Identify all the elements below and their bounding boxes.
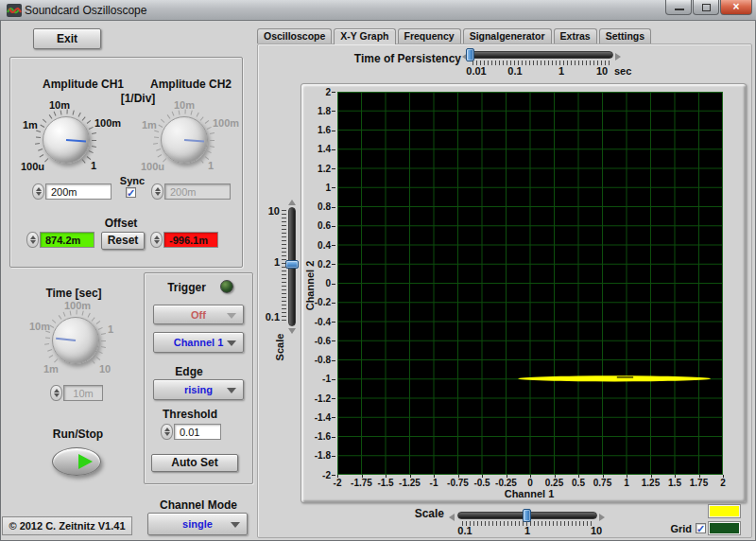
window-title: Soundcard Oszilloscope: [25, 4, 146, 17]
amplitude-ch1-value[interactable]: 200m: [45, 183, 112, 200]
chevron-down-icon: [231, 522, 240, 528]
tab-bar: OscilloscopeX-Y GraphFrequencySignalgene…: [257, 28, 651, 44]
y-scale-tick-10: 10: [260, 205, 280, 217]
tab-oscilloscope[interactable]: Oscilloscope: [257, 28, 332, 44]
time-tick: [92, 359, 95, 363]
amplitude-ch1-spinner-arrows[interactable]: [32, 183, 44, 200]
x-tick-mark: [410, 475, 411, 478]
y-tick-label: 0.4: [300, 240, 331, 251]
y-tick-label: -1.6: [300, 431, 331, 442]
threshold-title: Threshold: [163, 408, 217, 421]
y-tick-mark: [332, 168, 335, 169]
auto-set-button[interactable]: Auto Set: [151, 454, 238, 472]
grid-checkbox[interactable]: ✓: [696, 523, 706, 533]
y-tick-mark: [332, 417, 335, 418]
time-tick: [52, 319, 56, 323]
x-tick-mark: [723, 475, 724, 478]
x-tick-mark: [699, 475, 700, 478]
time-knob[interactable]: [52, 317, 99, 364]
amplitude-ch2-title: Amplitude CH2: [132, 78, 249, 91]
time-spinner-arrows[interactable]: [50, 385, 62, 401]
channel-mode-title: Channel Mode: [156, 498, 241, 512]
x-scale-right-arrow-icon[interactable]: [599, 514, 605, 521]
y-tick-label: 0.6: [300, 220, 331, 231]
run-stop-button[interactable]: [52, 447, 101, 476]
persistency-unit: sec: [614, 65, 643, 77]
x-scale-slider-thumb[interactable]: [523, 509, 531, 522]
y-tick-label: -0.4: [300, 317, 331, 327]
x-tick-mark: [362, 475, 363, 478]
offset-ch1-value[interactable]: 874.2m: [40, 232, 94, 248]
tab-frequency[interactable]: Frequency: [398, 28, 461, 44]
play-icon: [78, 454, 93, 469]
maximize-button[interactable]: [693, 0, 719, 15]
trace-color-swatch[interactable]: [709, 505, 740, 517]
y-tick-label: 0.2: [300, 259, 331, 270]
amplitude-ch2-scale-label: 1m: [142, 119, 157, 131]
y-tick-mark: [332, 303, 335, 304]
exit-button[interactable]: Exit: [33, 28, 101, 49]
title-bar: Soundcard Oszilloscope ×: [0, 0, 756, 21]
x-scale-tick-1: 1: [513, 525, 541, 536]
grid-color-swatch[interactable]: [709, 522, 740, 534]
amplitude-ch2-tick: [210, 140, 215, 141]
time-tick: [101, 340, 106, 341]
offset-ch2-value[interactable]: -996.1m: [163, 232, 218, 248]
run-stop-label: Run/Stop: [43, 428, 113, 441]
tab-extras[interactable]: Extras: [554, 28, 597, 44]
offset-reset-button[interactable]: Reset: [101, 232, 145, 250]
y-tick-label: 1.6: [300, 125, 331, 135]
sync-checkbox[interactable]: ✓: [126, 187, 136, 198]
amplitude-unit-label: [1/Div]: [110, 92, 166, 105]
x-tick-mark: [458, 475, 459, 478]
y-tick-label: -1.4: [300, 412, 331, 423]
y-scale-slider-thumb[interactable]: [285, 260, 299, 269]
offset-ch1-spinner-arrows[interactable]: [26, 232, 39, 248]
x-scale-left-arrow-icon[interactable]: [449, 514, 455, 521]
time-value[interactable]: 10m: [63, 385, 103, 401]
x-scale-tick-0.1: 0.1: [451, 525, 479, 536]
time-tick: [82, 311, 84, 316]
persistency-slider-thumb[interactable]: [466, 48, 474, 61]
time-tick: [101, 333, 106, 335]
y-tick-mark: [332, 131, 335, 131]
y-tick-label: -1: [300, 374, 331, 384]
tab-x-y-graph[interactable]: X-Y Graph: [334, 28, 395, 44]
time-tick: [96, 357, 101, 360]
trigger-title: Trigger: [161, 281, 213, 294]
chevron-down-icon: [227, 340, 236, 346]
y-tick-label: -0.2: [300, 297, 331, 307]
amplitude-ch1-scale-label: 1m: [23, 119, 38, 131]
close-button[interactable]: ×: [720, 0, 752, 15]
y-tick-mark: [332, 111, 335, 112]
tab-signalgenerator[interactable]: Signalgenerator: [463, 28, 552, 44]
time-tick: [87, 312, 90, 317]
trigger-edge-value: rising: [184, 384, 213, 395]
threshold-spinner-arrows[interactable]: [161, 424, 173, 440]
trigger-source-dropdown[interactable]: Channel 1: [153, 332, 244, 353]
amplitude-ch2-spinner-arrows[interactable]: [151, 183, 163, 200]
time-tick: [98, 351, 103, 354]
persistency-right-arrow-icon[interactable]: [615, 53, 621, 61]
threshold-value[interactable]: 0.01: [174, 424, 221, 440]
y-tick-mark: [332, 322, 335, 323]
y-tick-mark: [332, 456, 335, 457]
tab-settings[interactable]: Settings: [599, 28, 651, 44]
minimize-button[interactable]: [665, 0, 692, 15]
x-tick-mark: [337, 475, 338, 478]
amplitude-ch1-tick: [92, 140, 96, 141]
channel-mode-dropdown[interactable]: single: [147, 513, 248, 535]
y-scale-tick-marks: [282, 210, 286, 323]
persistency-slider-track[interactable]: [470, 51, 613, 59]
x-tick-mark: [555, 475, 556, 478]
y-scale-up-arrow-icon[interactable]: [288, 200, 296, 205]
maximize-icon: [702, 4, 711, 11]
y-scale-label: Scale: [274, 323, 285, 371]
trigger-mode-dropdown[interactable]: Off: [153, 305, 244, 324]
offset-ch2-spinner-arrows[interactable]: [150, 232, 163, 248]
amplitude-ch2-value[interactable]: 200m: [164, 183, 231, 200]
y-tick-label: 1.2: [300, 164, 331, 174]
time-scale-label: 100m: [64, 300, 91, 311]
y-scale-down-arrow-icon[interactable]: [288, 328, 296, 334]
trigger-edge-dropdown[interactable]: rising: [153, 379, 244, 400]
